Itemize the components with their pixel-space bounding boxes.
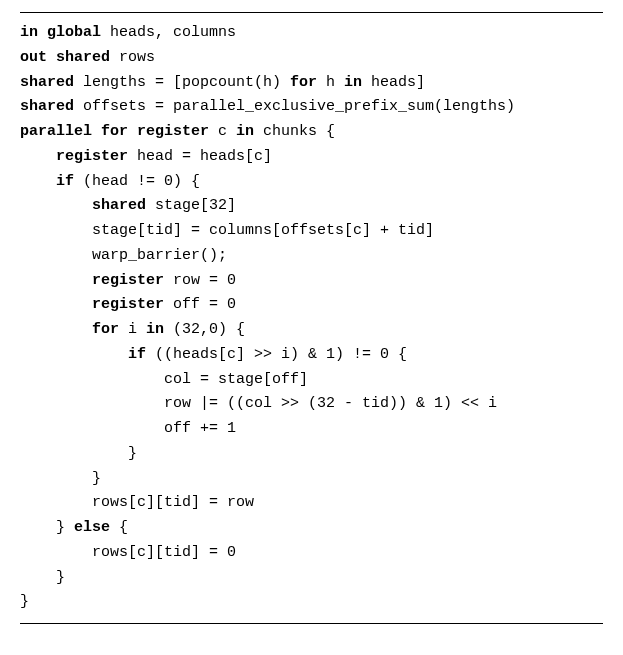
code-text: row = 0 (164, 272, 236, 289)
keyword: for (290, 74, 317, 91)
code-listing: in global heads, columnsout shared rowss… (20, 12, 603, 624)
keyword: register (56, 148, 128, 165)
code-line: if (head != 0) { (20, 170, 603, 195)
code-text: (head != 0) { (74, 173, 200, 190)
code-text: heads] (362, 74, 425, 91)
code-line: shared stage[32] (20, 194, 603, 219)
keyword: if (128, 346, 146, 363)
code-line: register off = 0 (20, 293, 603, 318)
code-text: heads, columns (101, 24, 236, 41)
code-text: rows[c][tid] = 0 (92, 544, 236, 561)
code-text: stage[32] (146, 197, 236, 214)
code-line: for i in (32,0) { (20, 318, 603, 343)
code-text: off = 0 (164, 296, 236, 313)
code-text: } (20, 593, 29, 610)
code-line: } (20, 467, 603, 492)
code-line: out shared rows (20, 46, 603, 71)
code-line: rows[c][tid] = 0 (20, 541, 603, 566)
code-line: } (20, 566, 603, 591)
code-line: shared lengths = [popcount(h) for h in h… (20, 71, 603, 96)
keyword: if (56, 173, 74, 190)
keyword: shared (20, 98, 74, 115)
code-text: i (119, 321, 146, 338)
code-line: off += 1 (20, 417, 603, 442)
code-text: lengths = [popcount(h) (74, 74, 290, 91)
code-text: col = stage[off] (164, 371, 308, 388)
code-text: } (128, 445, 137, 462)
keyword: shared (92, 197, 146, 214)
code-text: } (56, 569, 65, 586)
keyword: register (92, 272, 164, 289)
code-line: } (20, 442, 603, 467)
code-line: } else { (20, 516, 603, 541)
keyword: in (344, 74, 362, 91)
code-text: head = heads[c] (128, 148, 272, 165)
keyword: register (92, 296, 164, 313)
keyword: in (236, 123, 254, 140)
code-text: row |= ((col >> (32 - tid)) & 1) << i (164, 395, 497, 412)
code-text: (32,0) { (164, 321, 245, 338)
code-text: offsets = parallel_exclusive_prefix_sum(… (74, 98, 515, 115)
code-line: if ((heads[c] >> i) & 1) != 0 { (20, 343, 603, 368)
keyword: parallel for register (20, 123, 209, 140)
code-text: stage[tid] = columns[offsets[c] + tid] (92, 222, 434, 239)
code-line: } (20, 590, 603, 615)
code-line: register row = 0 (20, 269, 603, 294)
keyword: for (92, 321, 119, 338)
code-text: chunks { (254, 123, 335, 140)
code-line: stage[tid] = columns[offsets[c] + tid] (20, 219, 603, 244)
keyword: in global (20, 24, 101, 41)
code-text: warp_barrier(); (92, 247, 227, 264)
code-text: h (317, 74, 344, 91)
code-line: parallel for register c in chunks { (20, 120, 603, 145)
code-line: warp_barrier(); (20, 244, 603, 269)
code-text: off += 1 (164, 420, 236, 437)
keyword: shared (20, 74, 74, 91)
code-line: shared offsets = parallel_exclusive_pref… (20, 95, 603, 120)
code-text: ((heads[c] >> i) & 1) != 0 { (146, 346, 407, 363)
code-line: rows[c][tid] = row (20, 491, 603, 516)
keyword: else (74, 519, 110, 536)
code-text: rows[c][tid] = row (92, 494, 254, 511)
code-text: } (92, 470, 101, 487)
code-text: { (110, 519, 128, 536)
code-line: register head = heads[c] (20, 145, 603, 170)
code-text: rows (110, 49, 155, 66)
code-line: row |= ((col >> (32 - tid)) & 1) << i (20, 392, 603, 417)
code-text: c (209, 123, 236, 140)
code-line: col = stage[off] (20, 368, 603, 393)
code-text: } (56, 519, 74, 536)
keyword: out shared (20, 49, 110, 66)
keyword: in (146, 321, 164, 338)
code-line: in global heads, columns (20, 21, 603, 46)
